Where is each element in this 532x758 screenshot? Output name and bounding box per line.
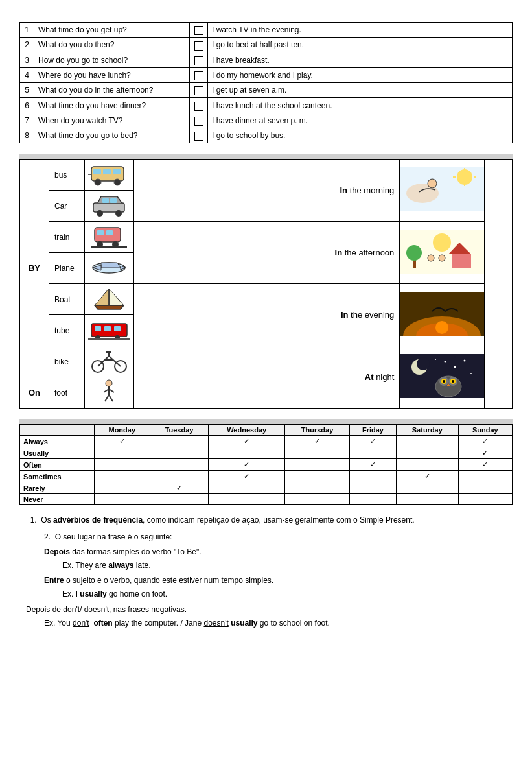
adverb-row: Usually✓ [20, 447, 513, 459]
adverb-row: Rarely✓ [20, 482, 513, 494]
adverb-check-cell [209, 494, 285, 505]
svg-rect-52 [88, 338, 130, 340]
adverb-name: Sometimes [20, 471, 95, 482]
note-ex2: Ex. I usually go home on foot. [26, 588, 506, 600]
svg-point-31 [406, 245, 422, 261]
time-image-night [400, 346, 485, 409]
adverb-name: Rarely [20, 482, 95, 494]
transport-label: tube [49, 315, 85, 346]
question-num: 4 [20, 67, 34, 82]
question-text: What time do you go to bed? [34, 128, 190, 143]
adverb-check-cell [150, 471, 208, 482]
time-label-afternoon: In the afternoon [134, 222, 400, 284]
by-label: BY [20, 160, 49, 377]
checkbox[interactable] [190, 67, 208, 82]
adverb-check-cell [150, 494, 208, 505]
answer-text: I do my homework and I play. [208, 67, 513, 82]
note-depois: Depois das formas simples do verbo "To B… [26, 546, 506, 558]
time-image-evening [400, 284, 485, 346]
svg-rect-48 [104, 326, 111, 331]
answer-text: I watch TV in the evening. [208, 23, 513, 38]
checkbox[interactable] [190, 23, 208, 38]
time-image-morning [400, 160, 485, 222]
time-label-evening: In the evening [134, 284, 400, 346]
adverb-check-cell: ✓ [458, 447, 512, 459]
adverb-check-cell [458, 494, 512, 505]
note-entre: Entre o sujeito e o verbo, quando este e… [26, 574, 506, 587]
time-label-night: At night [134, 346, 400, 409]
svg-point-27 [433, 233, 451, 252]
adverb-check-cell [349, 482, 396, 494]
transport-label: Boat [49, 284, 85, 315]
adverb-name: Usually [20, 447, 95, 459]
notes-section: 1. Os advérbios de frequência, como indi… [19, 514, 513, 630]
match-row: 8 What time do you go to bed? I go to sc… [20, 128, 513, 143]
transport-icon [85, 315, 134, 346]
adverb-col-header: Sunday [458, 425, 512, 436]
note-ex1: Ex. They are always late. [26, 560, 506, 572]
question-num: 7 [20, 113, 34, 128]
adverb-col-header: Saturday [397, 425, 458, 436]
svg-rect-49 [114, 326, 121, 331]
adverb-check-cell: ✓ [397, 471, 458, 482]
time-image-afternoon [400, 222, 485, 284]
note-1: 1. Os advérbios de frequência, como indi… [26, 514, 506, 527]
adverb-check-cell [94, 482, 150, 494]
transport-icon [85, 346, 134, 377]
note-depois2: Depois de don't/ doesn't, nas frases neg… [26, 604, 506, 616]
adverb-check-cell [397, 459, 458, 471]
adverbs-table: MondayTuesdayWednesdayThursdayFridaySatu… [19, 424, 513, 505]
adverb-check-cell [150, 459, 208, 471]
checkbox[interactable] [190, 53, 208, 67]
checkbox[interactable] [190, 83, 208, 98]
checkbox[interactable] [190, 98, 208, 113]
question-text: What time do you have dinner? [34, 98, 190, 113]
note-2-header: 2. O seu lugar na frase é o seguinte: [26, 531, 506, 543]
grammar-table: BYbus In the morning Car tr [19, 159, 513, 409]
svg-point-33 [439, 255, 445, 261]
adverb-check-cell [285, 471, 349, 482]
adverb-check-cell: ✓ [458, 436, 512, 447]
question-text: What do you do then? [34, 38, 190, 53]
adverb-row: Sometimes✓✓ [20, 471, 513, 482]
adverb-check-cell: ✓ [94, 436, 150, 447]
svg-line-79 [109, 389, 114, 392]
adverb-check-cell: ✓ [150, 482, 208, 494]
adverb-col-header: Wednesday [209, 425, 285, 436]
transport-label: bus [49, 160, 85, 191]
transport-label: Car [49, 191, 85, 222]
adverb-col-header: Friday [349, 425, 396, 436]
time-label-morning: In the morning [134, 160, 400, 222]
svg-point-18 [97, 210, 103, 217]
adverb-check-cell [349, 447, 396, 459]
question-text: What do you do in the afternoon? [34, 83, 190, 98]
question-num: 6 [20, 98, 34, 113]
match-row: 6 What time do you have dinner? I have l… [20, 98, 513, 113]
svg-rect-16 [102, 198, 109, 203]
checkbox[interactable] [190, 128, 208, 143]
adverb-check-cell [94, 447, 150, 459]
svg-marker-39 [109, 289, 124, 305]
svg-rect-28 [452, 254, 471, 268]
question-num: 2 [20, 38, 34, 53]
grammar-row: train In the afternoon [20, 222, 513, 253]
answer-text: I have breakfast. [208, 53, 513, 67]
match-row: 1 What time do you get up? I watch TV in… [20, 23, 513, 38]
checkbox[interactable] [190, 113, 208, 128]
svg-point-64 [454, 366, 456, 368]
svg-rect-47 [95, 326, 101, 331]
answer-text: I have dinner at seven p. m. [208, 113, 513, 128]
question-text: When do you watch TV? [34, 113, 190, 128]
adverbs-header [19, 419, 513, 424]
adverb-row: Never [20, 494, 513, 505]
adverb-check-cell [285, 459, 349, 471]
match-row: 4 Where do you have lunch? I do my homew… [20, 67, 513, 82]
adverb-name: Never [20, 494, 95, 505]
match-row: 3 How do you go to school? I have breakf… [20, 53, 513, 67]
svg-point-14 [428, 179, 437, 188]
checkbox[interactable] [190, 38, 208, 53]
svg-point-66 [470, 373, 472, 374]
answer-text: I have lunch at the school canteen. [208, 98, 513, 113]
question-num: 5 [20, 83, 34, 98]
svg-line-81 [109, 395, 113, 401]
